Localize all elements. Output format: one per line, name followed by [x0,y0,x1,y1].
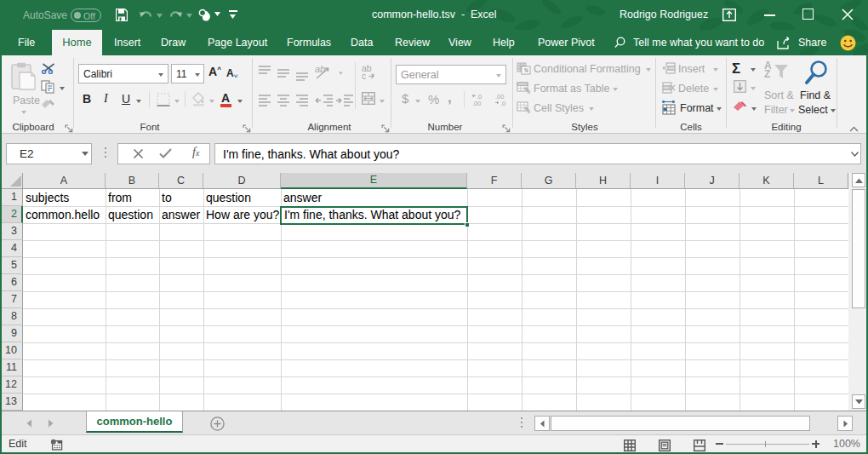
svg-text:.00: .00 [472,100,481,106]
svg-text:c: c [362,71,366,79]
svg-text:.0: .0 [500,100,505,106]
